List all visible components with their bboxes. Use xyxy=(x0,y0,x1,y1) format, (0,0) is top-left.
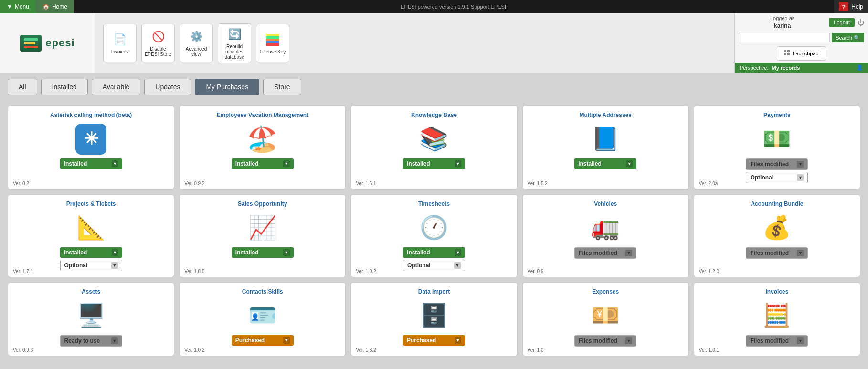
module-card-accounting: Accounting Bundle 💰 Files modified ▼ Ver… xyxy=(694,194,860,277)
module-version-expenses: Ver. 1.0 xyxy=(528,348,544,353)
module-icon-accounting: 💰 xyxy=(760,211,794,244)
advanced-view-toolbar-button[interactable]: ⚙️ Advanced view xyxy=(180,24,213,62)
menu-button[interactable]: ▼ Menu xyxy=(0,0,36,13)
module-icon-knowledge: 📚 xyxy=(417,122,451,156)
status-label: Installed xyxy=(235,160,259,167)
module-version-timesheets: Ver. 1.0.2 xyxy=(356,269,376,274)
status-btn-vacation-installed[interactable]: Installed ▼ xyxy=(232,158,294,169)
status-label: Optional xyxy=(407,262,431,269)
dropdown-arrow-icon: ▼ xyxy=(626,160,633,167)
status-btn-projects-optional[interactable]: Optional ▼ xyxy=(60,260,122,271)
top-bar: ▼ Menu 🏠 Home EPESI powered version 1.9.… xyxy=(0,0,868,13)
module-icon-contacts-skills: 🪪 xyxy=(246,299,279,332)
menu-label: Menu xyxy=(15,3,29,10)
perspective-bar: Perspective: My records 👤 xyxy=(735,63,868,73)
tabs-row: AllInstalledAvailableUpdatesMy Purchases… xyxy=(0,73,868,101)
module-icon-asterisk: ✳ xyxy=(74,122,108,156)
module-title-assets: Assets xyxy=(82,288,100,295)
disable-store-toolbar-button[interactable]: 🚫 Disable EPESI Store xyxy=(141,24,175,62)
tab-installed[interactable]: Installed xyxy=(41,79,88,95)
license-key-toolbar-button[interactable]: License Key xyxy=(256,24,289,62)
tab-updates[interactable]: Updates xyxy=(144,79,191,95)
dropdown-arrow-icon: ▼ xyxy=(283,160,290,167)
module-card-asterisk: Asterisk calling method (beta) ✳ Install… xyxy=(8,105,174,190)
module-icon-vehicles: 🚛 xyxy=(589,211,622,244)
status-group-expenses: Files modified ▼ xyxy=(529,335,683,347)
content-area: Asterisk calling method (beta) ✳ Install… xyxy=(0,101,868,361)
invoices-icon: 📄 xyxy=(112,32,127,47)
status-btn-expenses-files-modified[interactable]: Files modified ▼ xyxy=(574,335,636,347)
right-panel: Logged as karina Logout ⏻ Search 🔍 xyxy=(734,13,868,73)
power-icon: ⏻ xyxy=(857,19,864,26)
status-btn-addresses-installed[interactable]: Installed ▼ xyxy=(574,158,636,169)
perspective-user-icon: 👤 xyxy=(857,64,863,71)
home-icon: 🏠 xyxy=(42,3,50,10)
rebuild-modules-toolbar-button[interactable]: 🔄 Rebuild modules database xyxy=(218,23,251,63)
dropdown-arrow-icon: ▼ xyxy=(111,337,118,344)
home-label: Home xyxy=(52,3,67,10)
status-group-accounting: Files modified ▼ xyxy=(700,247,854,259)
dropdown-arrow-icon: ▼ xyxy=(455,160,461,167)
svg-rect-8 xyxy=(787,53,790,55)
status-label: Installed xyxy=(235,249,259,256)
username-display: karina xyxy=(739,22,826,29)
search-button[interactable]: Search 🔍 xyxy=(832,33,864,42)
status-btn-payments-files-modified[interactable]: Files modified ▼ xyxy=(746,158,808,170)
status-btn-contacts-skills-purchased[interactable]: Purchased ▼ xyxy=(232,335,294,346)
search-input[interactable] xyxy=(739,33,830,42)
invoices-toolbar-button[interactable]: 📄 Invoices xyxy=(103,24,137,62)
status-group-invoices-mod: Files modified ▼ xyxy=(700,335,854,347)
logout-button[interactable]: Logout xyxy=(829,18,855,27)
rebuild-icon: 🔄 xyxy=(227,27,242,42)
logo-stack xyxy=(24,38,38,48)
module-card-projects: Projects & Tickets 📐 Installed ▼ Optiona… xyxy=(8,194,174,277)
module-card-sales: Sales Opportunity 📈 Installed ▼ Ver. 1.8… xyxy=(179,194,346,277)
status-btn-accounting-files-modified[interactable]: Files modified ▼ xyxy=(746,247,808,259)
invoices-label: Invoices xyxy=(111,49,129,54)
module-version-invoices-mod: Ver. 1.0.1 xyxy=(699,348,719,353)
tab-store[interactable]: Store xyxy=(263,79,301,95)
module-icon-data-import: 🗄️ xyxy=(417,299,451,332)
status-btn-data-import-purchased[interactable]: Purchased ▼ xyxy=(403,335,465,346)
top-right-row: Logged as karina Logout ⏻ xyxy=(735,13,868,31)
module-card-invoices-mod: Invoices 🧮 Files modified ▼ Ver. 1.0.1 xyxy=(694,282,860,356)
status-btn-knowledge-installed[interactable]: Installed ▼ xyxy=(403,158,465,169)
logo-section: epesi xyxy=(0,13,95,73)
status-btn-asterisk-installed[interactable]: Installed ▼ xyxy=(60,158,122,169)
search-icon: 🔍 xyxy=(854,35,860,41)
svg-rect-2 xyxy=(266,39,279,41)
module-title-sales: Sales Opportunity xyxy=(238,200,287,207)
dropdown-arrow-icon: ▼ xyxy=(625,250,632,256)
svg-rect-7 xyxy=(784,53,786,55)
status-group-timesheets: Installed ▼ Optional ▼ xyxy=(357,247,511,271)
dropdown-arrow-icon: ▼ xyxy=(455,249,461,256)
module-version-contacts-skills: Ver. 1.0.2 xyxy=(184,348,204,353)
module-version-data-import: Ver. 1.8.2 xyxy=(356,348,376,353)
tab-available[interactable]: Available xyxy=(92,79,141,95)
svg-rect-1 xyxy=(266,36,279,39)
advanced-view-label: Advanced view xyxy=(182,46,211,57)
status-label: Purchased xyxy=(235,337,265,344)
status-btn-payments-optional[interactable]: Optional ▼ xyxy=(746,172,808,183)
tab-all[interactable]: All xyxy=(8,79,37,95)
status-btn-invoices-mod-files-modified[interactable]: Files modified ▼ xyxy=(746,335,808,347)
dropdown-arrow-icon: ▼ xyxy=(797,250,804,256)
dropdown-arrow-icon: ▼ xyxy=(283,337,290,344)
status-btn-assets-ready[interactable]: Ready to use ▼ xyxy=(60,335,122,347)
status-btn-vehicles-files-modified[interactable]: Files modified ▼ xyxy=(574,247,636,259)
module-icon-addresses: 📘 xyxy=(589,122,622,156)
launchpad-button[interactable]: Launchpad xyxy=(777,46,826,61)
status-btn-projects-installed[interactable]: Installed ▼ xyxy=(60,247,122,258)
status-btn-timesheets-optional[interactable]: Optional ▼ xyxy=(403,260,465,271)
module-version-knowledge: Ver. 1.6.1 xyxy=(356,181,376,186)
home-button[interactable]: 🏠 Home xyxy=(36,0,74,13)
logged-as-label: Logged as xyxy=(739,15,826,21)
status-btn-timesheets-installed[interactable]: Installed ▼ xyxy=(403,247,465,258)
module-version-projects: Ver. 1.7.1 xyxy=(13,269,33,274)
svg-rect-0 xyxy=(266,34,279,36)
status-btn-sales-installed[interactable]: Installed ▼ xyxy=(232,247,294,258)
svg-rect-6 xyxy=(787,50,790,52)
tab-my-purchases[interactable]: My Purchases xyxy=(195,79,259,95)
module-icon-vacation: 🏖️ xyxy=(246,122,279,156)
module-card-contacts-skills: Contacts Skills 🪪 Purchased ▼ Ver. 1.0.2 xyxy=(179,282,346,356)
